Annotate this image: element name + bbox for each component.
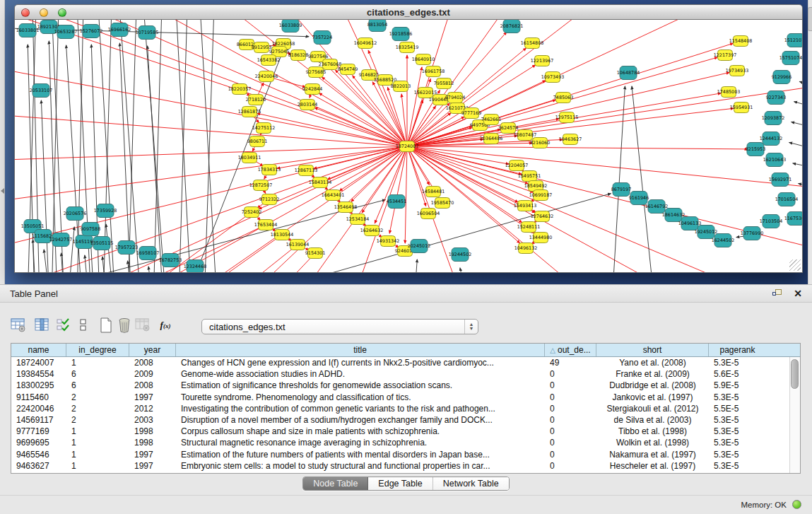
graph-node[interactable]: 15954931 xyxy=(730,103,753,113)
graph-node[interactable]: 17957223 xyxy=(115,241,139,255)
table-cell[interactable]: 49 xyxy=(545,357,596,368)
graph-node[interactable]: 16033809 xyxy=(279,20,302,33)
graph-node[interactable]: 10648784 xyxy=(617,66,640,80)
graph-node[interactable]: 7955812 xyxy=(434,78,454,89)
graph-node[interactable]: 17359928 xyxy=(94,204,117,218)
table-cell[interactable]: 2 xyxy=(66,392,129,403)
table-settings-icon[interactable] xyxy=(10,317,27,334)
graph-node[interactable]: 13444980 xyxy=(529,233,553,243)
tab-edge-table[interactable]: Edge Table xyxy=(368,477,433,490)
table-cell[interactable]: Jankovic et al. (1997) xyxy=(596,392,709,403)
table-cell[interactable]: 1998 xyxy=(129,426,176,437)
graph-node[interactable]: 15843134 xyxy=(309,177,332,188)
graph-node[interactable]: 11548408 xyxy=(729,36,753,47)
column-header-out_de[interactable]: △out_de... xyxy=(545,344,596,356)
table-cell[interactable]: 0 xyxy=(545,414,596,426)
graph-node[interactable]: 9227343 xyxy=(766,91,786,105)
table-selector-dropdown[interactable]: citations_edges.txt ▲▼ xyxy=(201,319,478,334)
graph-node[interactable]: 20876821 xyxy=(500,20,524,33)
table-cell[interactable]: 1997 xyxy=(129,460,176,472)
graph-node[interactable]: 16096504 xyxy=(417,209,440,219)
table-row[interactable]: 946362711997Embryonic stem cells: a mode… xyxy=(11,460,789,472)
graph-node[interactable]: 19245012 xyxy=(695,226,718,239)
graph-node[interactable]: 8822013 xyxy=(391,81,411,92)
graph-node[interactable]: 16966162 xyxy=(108,23,131,37)
table-row[interactable]: 1938455462009Genome-wide association stu… xyxy=(11,368,789,380)
graph-node[interactable]: 9129966 xyxy=(772,71,792,84)
table-row[interactable]: 969969511998Structural magnetic resonanc… xyxy=(11,437,789,448)
table-cell[interactable]: 0 xyxy=(545,403,596,414)
graph-node[interactable]: 10719585 xyxy=(136,26,159,40)
right-splitter-strip[interactable] xyxy=(808,0,812,284)
graph-node[interactable]: 7252402 xyxy=(242,207,261,218)
graph-node[interactable]: 19218586 xyxy=(389,28,413,41)
table-cell[interactable]: 5.3E-5 xyxy=(709,392,766,403)
graph-node[interactable]: 16264632 xyxy=(360,226,384,236)
graph-node[interactable]: 12867133 xyxy=(295,165,318,176)
table-cell[interactable]: 5.3E-5 xyxy=(709,460,766,472)
table-cell[interactable]: 5.3E-5 xyxy=(709,357,766,368)
table-cell[interactable]: Disruption of a novel member of a sodium… xyxy=(176,414,545,426)
table-cell[interactable]: 1 xyxy=(66,437,129,448)
graph-node[interactable]: 18640910 xyxy=(412,54,435,65)
network-window-titlebar[interactable]: citations_edges.txt xyxy=(14,4,803,20)
table-cell[interactable]: Embryonic stem cells: a model to study s… xyxy=(176,460,545,472)
column-header-pagerank[interactable]: pagerank xyxy=(709,344,766,356)
graph-node[interactable]: 15248111 xyxy=(517,222,541,233)
graph-node[interactable]: 9806711 xyxy=(247,136,267,147)
table-cell[interactable]: Dudbridge et al. (2008) xyxy=(596,380,709,391)
table-cell[interactable]: 0 xyxy=(545,460,596,472)
splitter-collapse-icon[interactable] xyxy=(1,188,4,194)
table-cell[interactable]: 5.3E-5 xyxy=(709,414,766,426)
graph-node[interactable]: 12093872 xyxy=(762,112,785,125)
table-cell[interactable]: Tibbo et al. (1998) xyxy=(596,426,709,437)
collapsed-panel-handle[interactable] xyxy=(808,7,812,31)
graph-node[interactable]: 8186328 xyxy=(288,50,308,61)
table-cell[interactable]: 1997 xyxy=(129,392,176,403)
table-cell[interactable]: 5.3E-5 xyxy=(709,449,766,460)
graph-node[interactable]: 19734933 xyxy=(726,66,749,76)
table-cell[interactable]: 6 xyxy=(66,368,129,380)
table-cell[interactable]: Investigating the contribution of common… xyxy=(176,403,545,414)
graph-node[interactable]: 15276072 xyxy=(80,25,103,38)
graph-node[interactable]: 13776990 xyxy=(741,227,764,240)
table-cell[interactable]: Nakamura et al. (1997) xyxy=(596,449,709,460)
graph-node[interactable]: 9777169 xyxy=(461,108,481,119)
table-cell[interactable]: Changes of HCN gene expression and I(f) … xyxy=(176,357,545,368)
table-cell[interactable]: 1 xyxy=(66,449,129,460)
graph-node[interactable]: 16958107 xyxy=(136,247,160,260)
graph-node[interactable]: 16146792 xyxy=(645,200,669,214)
delete-table-icon[interactable] xyxy=(116,317,133,334)
graph-node[interactable]: 16033801 xyxy=(16,24,40,37)
graph-node[interactable]: 7485063 xyxy=(553,93,573,103)
graph-node[interactable]: 9242844 xyxy=(302,84,322,95)
graph-node[interactable]: 14584481 xyxy=(422,187,445,197)
table-cell[interactable]: 1998 xyxy=(129,437,176,448)
graph-node[interactable]: 13505115 xyxy=(90,237,114,250)
table-cell[interactable]: 9463627 xyxy=(11,460,66,472)
memory-ok-indicator[interactable] xyxy=(792,500,801,509)
graph-node[interactable]: 4534451 xyxy=(387,195,406,209)
graph-node[interactable]: 16244502 xyxy=(712,234,735,247)
close-panel-icon[interactable]: ✕ xyxy=(794,288,802,299)
graph-node[interactable]: 6794024 xyxy=(445,93,465,103)
table-cell[interactable]: 9465546 xyxy=(11,449,66,460)
table-cell[interactable]: 0 xyxy=(545,368,596,380)
graph-node[interactable]: 18325419 xyxy=(396,42,419,53)
graph-node[interactable]: 19585470 xyxy=(431,198,454,209)
table-cell[interactable]: 1 xyxy=(66,357,129,368)
table-row[interactable]: 911546021997Tourette syndrome. Phenomeno… xyxy=(11,392,789,403)
table-row[interactable]: 1830029562008Estimation of significance … xyxy=(11,380,789,391)
graph-node[interactable]: 12213967 xyxy=(531,56,554,66)
graph-node[interactable]: 8454749 xyxy=(338,64,358,75)
table-cell[interactable]: 2 xyxy=(66,414,129,426)
table-cell[interactable]: 9115460 xyxy=(11,392,66,403)
table-cell[interactable]: 5.3E-5 xyxy=(709,426,766,437)
graph-node[interactable]: 12534184 xyxy=(346,214,370,225)
graph-node[interactable]: 15495751 xyxy=(518,171,541,182)
table-cell[interactable]: Wolkin et al. (1998) xyxy=(596,437,709,448)
table-cell[interactable]: 19384554 xyxy=(11,368,66,380)
graph-node[interactable]: 2803144 xyxy=(298,100,317,110)
column-header-title[interactable]: title xyxy=(176,344,545,356)
graph-node[interactable]: 16782753 xyxy=(159,254,182,267)
